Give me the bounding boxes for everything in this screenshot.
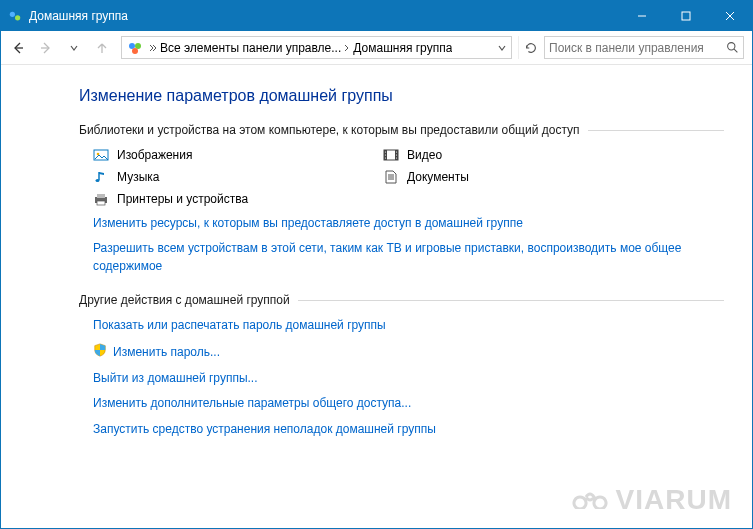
recent-locations-button[interactable] bbox=[61, 35, 87, 61]
svg-point-23 bbox=[396, 157, 397, 158]
link-show-password[interactable]: Показать или распечатать пароль домашней… bbox=[93, 317, 724, 334]
page-title: Изменение параметров домашней группы bbox=[79, 87, 724, 105]
address-bar[interactable]: Все элементы панели управле... Домашняя … bbox=[121, 36, 512, 59]
library-music: Музыка bbox=[93, 169, 383, 185]
video-icon bbox=[383, 147, 399, 163]
svg-point-20 bbox=[385, 157, 386, 158]
library-documents-label: Документы bbox=[407, 170, 469, 184]
music-icon bbox=[93, 169, 109, 185]
links-actions: Показать или распечатать пароль домашней… bbox=[93, 317, 724, 438]
section-shared-text: Библиотеки и устройства на этом компьюте… bbox=[79, 123, 580, 137]
pictures-icon bbox=[93, 147, 109, 163]
back-button[interactable] bbox=[5, 35, 31, 61]
window-frame: Домашняя группа bbox=[0, 0, 753, 529]
library-printers: Принтеры и устройства bbox=[93, 191, 383, 207]
watermark-logo-icon bbox=[570, 484, 610, 516]
link-advanced-sharing[interactable]: Изменить дополнительные параметры общего… bbox=[93, 395, 724, 412]
close-button[interactable] bbox=[708, 1, 752, 31]
minimize-button[interactable] bbox=[620, 1, 664, 31]
link-change-password[interactable]: Изменить пароль... bbox=[93, 343, 724, 362]
search-icon[interactable] bbox=[726, 41, 739, 54]
svg-line-12 bbox=[734, 49, 737, 52]
chevron-left-icon[interactable] bbox=[146, 43, 160, 53]
links-shared: Изменить ресурсы, к которым вы предостав… bbox=[93, 215, 724, 275]
printers-icon bbox=[93, 191, 109, 207]
homegroup-icon bbox=[7, 8, 23, 24]
breadcrumb-root[interactable]: Все элементы панели управле... bbox=[160, 41, 341, 55]
shield-icon bbox=[93, 343, 107, 362]
libraries-grid: Изображения Видео Музыка Документы bbox=[93, 147, 724, 207]
link-change-password-label: Изменить пароль... bbox=[113, 344, 220, 361]
control-panel-icon bbox=[126, 39, 144, 57]
refresh-button[interactable] bbox=[518, 36, 542, 59]
link-change-shared[interactable]: Изменить ресурсы, к которым вы предостав… bbox=[93, 215, 724, 232]
svg-point-0 bbox=[10, 12, 15, 17]
svg-point-9 bbox=[135, 43, 141, 49]
watermark: VIARUM bbox=[570, 484, 732, 516]
library-printers-label: Принтеры и устройства bbox=[117, 192, 248, 206]
library-video-label: Видео bbox=[407, 148, 442, 162]
library-images: Изображения bbox=[93, 147, 383, 163]
chevron-right-icon[interactable] bbox=[341, 43, 353, 53]
section-shared-label: Библиотеки и устройства на этом компьюте… bbox=[79, 123, 724, 137]
forward-button[interactable] bbox=[33, 35, 59, 61]
svg-point-19 bbox=[385, 154, 386, 155]
svg-point-18 bbox=[385, 151, 386, 152]
title-bar: Домашняя группа bbox=[1, 1, 752, 31]
library-video: Видео bbox=[383, 147, 724, 163]
section-actions-label: Другие действия с домашней группой bbox=[79, 293, 724, 307]
library-images-label: Изображения bbox=[117, 148, 192, 162]
svg-point-24 bbox=[96, 179, 100, 182]
search-input[interactable] bbox=[549, 41, 726, 55]
divider bbox=[588, 130, 724, 131]
documents-icon bbox=[383, 169, 399, 185]
window-controls bbox=[620, 1, 752, 31]
library-documents: Документы bbox=[383, 169, 724, 185]
breadcrumb-current[interactable]: Домашняя группа bbox=[353, 41, 452, 55]
svg-rect-30 bbox=[97, 201, 105, 205]
svg-point-11 bbox=[728, 43, 735, 50]
svg-rect-3 bbox=[682, 12, 690, 20]
svg-point-10 bbox=[132, 48, 138, 54]
svg-point-22 bbox=[396, 154, 397, 155]
maximize-button[interactable] bbox=[664, 1, 708, 31]
library-music-label: Музыка bbox=[117, 170, 159, 184]
divider bbox=[298, 300, 724, 301]
window-title: Домашняя группа bbox=[29, 9, 620, 23]
section-actions-text: Другие действия с домашней группой bbox=[79, 293, 290, 307]
link-troubleshoot[interactable]: Запустить средство устранения неполадок … bbox=[93, 421, 724, 438]
up-button[interactable] bbox=[89, 35, 115, 61]
link-leave-homegroup[interactable]: Выйти из домашней группы... bbox=[93, 370, 724, 387]
navigation-toolbar: Все элементы панели управле... Домашняя … bbox=[1, 31, 752, 65]
svg-point-1 bbox=[15, 15, 20, 20]
svg-point-8 bbox=[129, 43, 135, 49]
watermark-text: VIARUM bbox=[616, 484, 732, 516]
svg-point-21 bbox=[396, 151, 397, 152]
search-box[interactable] bbox=[544, 36, 744, 59]
svg-rect-29 bbox=[97, 194, 105, 198]
link-allow-devices[interactable]: Разрешить всем устройствам в этой сети, … bbox=[93, 240, 724, 275]
address-dropdown-button[interactable] bbox=[495, 43, 509, 53]
content-pane: Изменение параметров домашней группы Биб… bbox=[1, 65, 752, 528]
